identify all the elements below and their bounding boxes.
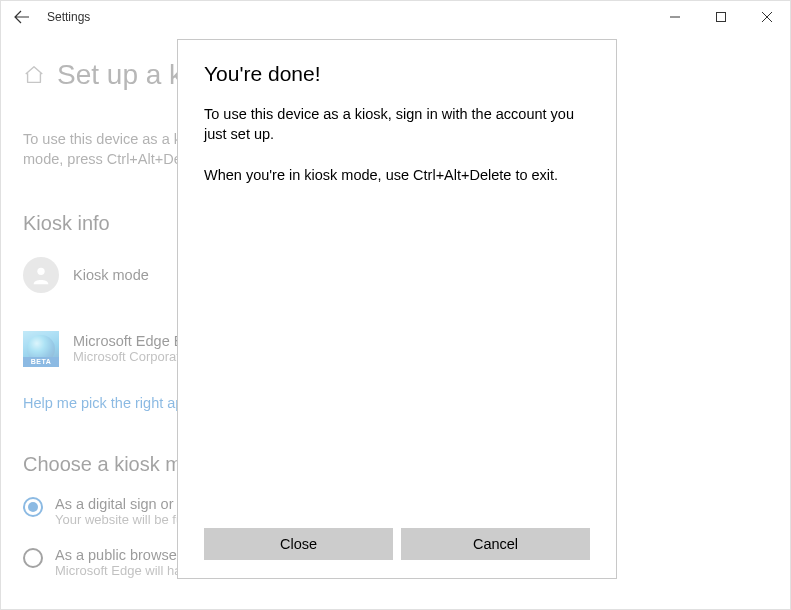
dialog-title: You're done! (204, 62, 590, 86)
svg-rect-0 (717, 13, 726, 22)
minimize-icon (670, 12, 680, 22)
arrow-left-icon (14, 9, 30, 25)
dialog-buttons: Close Cancel (204, 528, 590, 560)
close-button[interactable]: Close (204, 528, 393, 560)
maximize-button[interactable] (698, 1, 744, 33)
maximize-icon (716, 12, 726, 22)
close-icon (762, 12, 772, 22)
window-controls (652, 1, 790, 33)
minimize-button[interactable] (652, 1, 698, 33)
dialog-body-line: To use this device as a kiosk, sign in w… (204, 104, 590, 145)
cancel-button[interactable]: Cancel (401, 528, 590, 560)
done-dialog: You're done! To use this device as a kio… (177, 39, 617, 579)
dialog-body: To use this device as a kiosk, sign in w… (204, 104, 590, 185)
back-button[interactable] (11, 6, 33, 28)
window-title: Settings (47, 10, 90, 24)
close-window-button[interactable] (744, 1, 790, 33)
titlebar: Settings (1, 1, 790, 33)
dialog-body-line: When you're in kiosk mode, use Ctrl+Alt+… (204, 165, 590, 185)
